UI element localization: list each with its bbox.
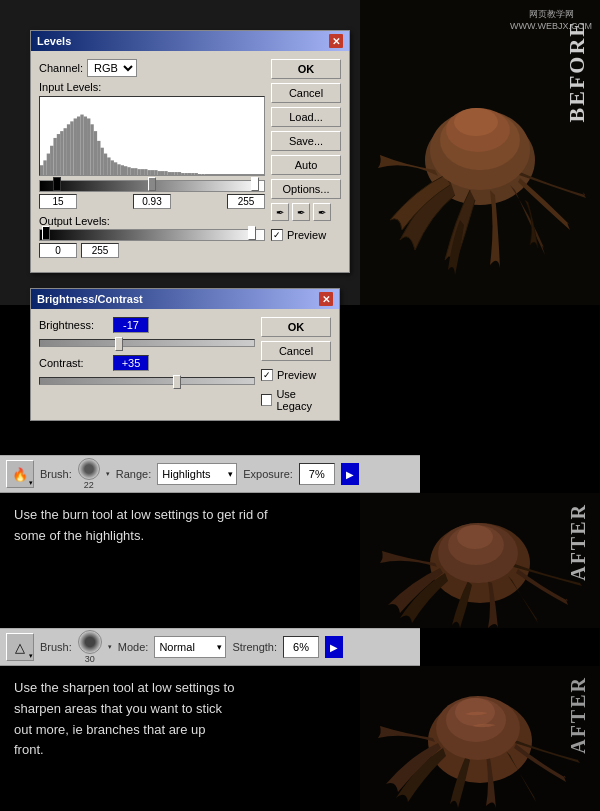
svg-rect-36 — [137, 169, 140, 175]
white-eyedropper[interactable]: ✒ — [313, 203, 331, 221]
svg-rect-37 — [141, 169, 144, 175]
burn-range-select[interactable]: Highlights Shadows Midtones — [157, 463, 237, 485]
bc-close-button[interactable]: ✕ — [319, 292, 333, 306]
sharpen-tool-arrow-icon: ▾ — [29, 652, 33, 660]
burn-brush-container: 22 — [78, 458, 100, 490]
svg-rect-29 — [114, 162, 117, 175]
levels-title: Levels — [37, 35, 71, 47]
watermark: 网页教学网 WWW.WEBJX.COM — [510, 8, 592, 31]
svg-rect-8 — [43, 160, 46, 175]
output-white-slider[interactable] — [248, 226, 256, 240]
channel-select[interactable]: RGB — [87, 59, 137, 77]
svg-rect-16 — [70, 121, 73, 175]
output-black-field[interactable]: 0 — [39, 243, 77, 258]
svg-rect-38 — [144, 169, 147, 175]
black-eyedropper[interactable]: ✒ — [271, 203, 289, 221]
svg-rect-50 — [184, 173, 187, 175]
svg-rect-45 — [168, 172, 171, 175]
svg-point-62 — [457, 525, 493, 549]
watermark-line1: 网页教学网 — [510, 8, 592, 21]
sharpen-brush-size: 30 — [85, 654, 95, 664]
bc-preview-checkbox[interactable]: ✓ — [261, 369, 273, 381]
levels-load-button[interactable]: Load... — [271, 107, 341, 127]
sharpen-description: Use the sharpen tool at low settings tos… — [14, 678, 234, 761]
black-point-slider[interactable] — [53, 177, 61, 191]
brightness-slider[interactable] — [39, 339, 255, 347]
burn-tool-arrow: ▾ — [29, 479, 33, 487]
svg-rect-48 — [178, 172, 181, 175]
svg-rect-39 — [148, 170, 151, 175]
sharpen-description-text: Use the sharpen tool at low settings tos… — [14, 680, 234, 757]
levels-save-button[interactable]: Save... — [271, 131, 341, 151]
svg-rect-49 — [181, 173, 184, 175]
sharpen-strength-input[interactable]: 6% — [283, 636, 319, 658]
bc-cancel-button[interactable]: Cancel — [261, 341, 331, 361]
svg-rect-44 — [164, 171, 167, 175]
levels-preview-checkbox[interactable]: ✓ — [271, 229, 283, 241]
svg-rect-41 — [154, 170, 157, 175]
brightness-label: Brightness: — [39, 319, 109, 331]
sharpen-toolbar: △ ▾ Brush: 30 ▾ Mode: Normal Lighten Dar… — [0, 628, 420, 666]
midtone-slider[interactable] — [148, 177, 156, 191]
input-mid-field[interactable]: 0.93 — [133, 194, 171, 209]
levels-auto-button[interactable]: Auto — [271, 155, 341, 175]
svg-rect-30 — [117, 164, 120, 175]
channel-label: Channel: — [39, 62, 83, 74]
contrast-slider[interactable] — [39, 377, 255, 385]
svg-rect-46 — [171, 172, 174, 175]
svg-rect-52 — [191, 173, 194, 175]
output-black-slider[interactable] — [42, 226, 50, 240]
svg-rect-31 — [121, 165, 124, 175]
burn-exposure-label: Exposure: — [243, 468, 293, 480]
burn-exposure-input[interactable]: 7% — [299, 463, 335, 485]
levels-cancel-button[interactable]: Cancel — [271, 83, 341, 103]
svg-rect-53 — [195, 173, 198, 175]
after-image-sharpen: AFTER — [360, 666, 600, 811]
contrast-label: Contrast: — [39, 357, 109, 369]
brightness-thumb[interactable] — [115, 337, 123, 351]
input-black-field[interactable]: 15 — [39, 194, 77, 209]
contrast-thumb[interactable] — [173, 375, 181, 389]
input-white-field[interactable]: 255 — [227, 194, 265, 209]
sharpen-brush-dropdown-icon: ▾ — [108, 643, 112, 651]
sharpen-strength-label: Strength: — [232, 641, 277, 653]
bc-ok-button[interactable]: OK — [261, 317, 331, 337]
levels-titlebar: Levels ✕ — [31, 31, 349, 51]
output-slider[interactable] — [39, 229, 265, 241]
sharpen-mode-select[interactable]: Normal Lighten Darken — [154, 636, 226, 658]
svg-rect-10 — [50, 146, 53, 175]
gray-eyedropper[interactable]: ✒ — [292, 203, 310, 221]
burn-brush-preview[interactable] — [78, 458, 100, 480]
svg-rect-24 — [97, 141, 100, 175]
svg-rect-7 — [40, 165, 43, 175]
svg-rect-9 — [47, 154, 50, 175]
levels-options-button[interactable]: Options... — [271, 179, 341, 199]
burn-brush-arrow: ▾ — [106, 470, 110, 478]
before-label: BEFORE — [564, 20, 590, 122]
output-white-field[interactable]: 255 — [81, 243, 119, 258]
output-levels-label: Output Levels: — [39, 215, 265, 227]
levels-close-button[interactable]: ✕ — [329, 34, 343, 48]
burn-description: Use the burn tool at low settings to get… — [14, 505, 268, 547]
white-point-slider[interactable] — [251, 177, 259, 191]
svg-rect-19 — [80, 115, 83, 175]
after-label: AFTER — [567, 503, 590, 581]
bc-use-legacy-checkbox[interactable] — [261, 394, 272, 406]
svg-rect-43 — [161, 171, 164, 175]
burn-toolbar: 🔥 ▾ Brush: 22 ▾ Range: Highlights Shadow… — [0, 455, 420, 493]
sharpen-strength-arrow-button[interactable]: ▶ — [325, 636, 343, 658]
burn-brush-label: Brush: — [40, 468, 72, 480]
svg-rect-25 — [100, 148, 103, 175]
burn-exposure-arrow-button[interactable]: ▶ — [341, 463, 359, 485]
sharpen-brush-label: Brush: — [40, 641, 72, 653]
contrast-input[interactable]: +35 — [113, 355, 149, 371]
svg-rect-54 — [198, 174, 201, 175]
brightness-input[interactable]: -17 — [113, 317, 149, 333]
levels-ok-button[interactable]: OK — [271, 59, 341, 79]
input-slider[interactable] — [39, 180, 265, 192]
svg-rect-35 — [134, 168, 137, 175]
sharpen-brush-preview[interactable] — [78, 630, 102, 654]
bc-dialog: Brightness/Contrast ✕ Brightness: -17 Co… — [30, 288, 340, 421]
input-levels-label: Input Levels: — [39, 81, 265, 93]
burn-after-section: Use the burn tool at low settings to get… — [0, 493, 600, 628]
